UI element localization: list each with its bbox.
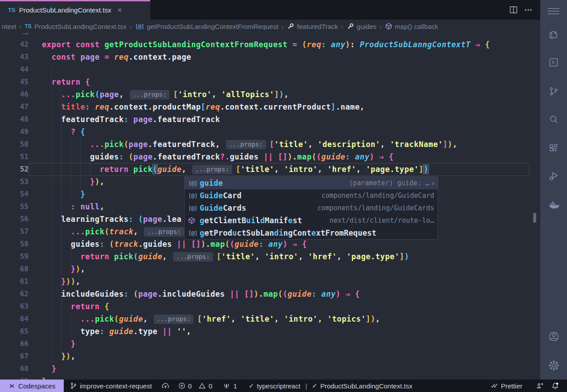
reference-icon: [@] xyxy=(188,205,200,212)
breadcrumb-separator: › xyxy=(341,23,343,30)
suggest-widget: [@]guide(parameter) guide: …›[@]GuideCar… xyxy=(184,176,438,240)
language-indicator[interactable]: ✓ typescriptreact | ✓ ProductSubLandingC… xyxy=(249,382,412,390)
feedback-icon xyxy=(536,382,544,389)
ports-indicator[interactable]: 1 xyxy=(222,382,237,390)
bell-icon xyxy=(551,382,559,390)
suggest-item[interactable]: [@]getProductSubLandingContextFromReques… xyxy=(185,227,438,239)
code-line-41: 41 xyxy=(0,33,540,38)
breadcrumb-item[interactable]: [@]getProductSubLandingContextFromReques… xyxy=(135,23,279,30)
suggest-detail: next/dist/client/route-lo… xyxy=(329,216,434,225)
suggest-detail: components/landing/GuideCards xyxy=(317,204,434,212)
language-label: typescriptreact xyxy=(257,382,300,390)
suggest-label: getClientBuildManifest xyxy=(200,216,302,225)
code-line-48: 48 featuredTrack: page.featuredTrack xyxy=(0,113,540,126)
tab-product-sub-landing-context[interactable]: TS ProductSubLandingContext.tsx × xyxy=(0,0,150,20)
breadcrumb-item[interactable]: guides xyxy=(346,23,376,30)
suggest-detail: components/landing/GuideCard xyxy=(321,192,434,200)
chevron-right-icon: › xyxy=(432,180,434,187)
inlay-hint: ...props: xyxy=(144,227,184,237)
wrench-icon xyxy=(346,23,354,30)
breadcrumb-item[interactable]: map() callback xyxy=(385,23,439,30)
cube-icon xyxy=(385,23,392,30)
inlay-hint: ...props: xyxy=(226,140,266,149)
breadcrumb-separator: › xyxy=(281,23,284,30)
errors-icon xyxy=(178,382,185,389)
code-line-51: 51 guides: (page.featuredTrack?.guides |… xyxy=(0,151,540,163)
remote-icon xyxy=(8,383,15,389)
suggest-item[interactable]: [@]GuideCardscomponents/landing/GuideCar… xyxy=(185,202,438,214)
reference-icon: [@] xyxy=(188,180,200,187)
check-icon: ✓ xyxy=(312,382,318,390)
ports-count: 1 xyxy=(233,382,237,390)
activity-account-icon[interactable] xyxy=(540,331,567,343)
branch-indicator[interactable]: improve-context-request xyxy=(70,382,152,390)
code-line-52: 52 return pick(guide, ...props:['title',… xyxy=(0,163,540,176)
code-editor[interactable]: 4142export const getProductSubLandingCon… xyxy=(0,33,540,380)
activity-debug-icon[interactable] xyxy=(540,170,567,182)
activity-files-icon[interactable] xyxy=(540,29,567,40)
divider: | xyxy=(305,382,307,390)
cloud-upload-icon xyxy=(161,382,170,389)
sync-status[interactable] xyxy=(161,382,170,389)
ts-icon: TS xyxy=(25,23,32,29)
inlay-hint: ...props: xyxy=(192,165,232,174)
suggest-label: guide xyxy=(200,179,223,188)
problems-indicator[interactable]: 0 0 xyxy=(178,382,213,390)
breadcrumb: ntext›TSProductSubLandingContext.tsx›[@]… xyxy=(0,20,540,33)
code-line-46: 46 ...pick(page, ...props:['intro', 'all… xyxy=(0,88,540,101)
status-bar: Codespaces improve-context-request 0 0 1… xyxy=(0,380,567,392)
code-line-47: 47 title: req.context.productMap[req.con… xyxy=(0,101,540,113)
activity-settings-icon[interactable] xyxy=(540,359,567,372)
codespaces-label: Codespaces xyxy=(18,382,55,390)
formatter-indicator[interactable]: ✓✓ Prettier xyxy=(491,382,523,390)
ref-icon: [@] xyxy=(135,23,144,30)
code-line-63: 63 return { xyxy=(0,300,540,313)
breadcrumb-separator: › xyxy=(20,23,22,30)
code-line-44: 44 xyxy=(0,63,540,76)
code-line-42: 42export const getProductSubLandingConte… xyxy=(0,38,540,51)
breadcrumb-item[interactable]: TSProductSubLandingContext.tsx xyxy=(25,23,127,30)
code-line-65: 65 type: guide.type || '', xyxy=(0,325,540,338)
code-line-58: 58 guides: (track.guides || []).map((gui… xyxy=(0,238,540,250)
codespaces-remote-button[interactable]: Codespaces xyxy=(0,380,64,392)
code-line-64: 64 ...pick(guide, ...props:['href', 'tit… xyxy=(0,313,540,325)
activity-docker-icon[interactable] xyxy=(540,199,567,211)
code-line-69: 69} xyxy=(0,375,540,380)
module-icon xyxy=(188,217,200,224)
formatter-label: Prettier xyxy=(501,382,522,390)
suggest-label: GuideCards xyxy=(200,204,246,212)
check-icon: ✓ xyxy=(249,382,255,390)
breadcrumb-item[interactable]: featuredTrack xyxy=(287,23,338,30)
code-line-50: 50 ...pick(page.featuredTrack, ...props:… xyxy=(0,138,540,151)
activity-bar xyxy=(540,0,567,380)
code-line-43: 43 const page = req.context.page xyxy=(0,51,540,63)
suggest-item[interactable]: [@]GuideCardcomponents/landing/GuideCard xyxy=(185,189,438,202)
notifications-button[interactable] xyxy=(551,382,559,390)
activity-search-icon[interactable] xyxy=(540,114,567,125)
more-actions-icon[interactable]: ⋯ xyxy=(524,5,533,15)
activity-source-control-icon[interactable] xyxy=(540,86,567,97)
code-line-61: 61 })), xyxy=(0,275,540,288)
suggest-item[interactable]: getClientBuildManifestnext/dist/client/r… xyxy=(185,214,438,227)
code-line-68: 68 } xyxy=(0,363,540,375)
activity-extensions-icon[interactable] xyxy=(540,143,567,154)
suggest-label: getProductSubLandingContextFromRequest xyxy=(200,229,377,237)
vscode-window: TS ProductSubLandingContext.tsx × ⋯ ntex… xyxy=(0,0,567,392)
breadcrumb-item[interactable]: ntext xyxy=(2,23,16,30)
git-branch-icon xyxy=(70,382,77,389)
code-line-59: 59 return pick(guide, ...props:['title',… xyxy=(0,250,540,263)
activity-terminal-icon[interactable] xyxy=(540,57,567,68)
scrollbar-thumb[interactable] xyxy=(533,213,536,223)
suggest-item[interactable]: [@]guide(parameter) guide: …› xyxy=(185,177,438,189)
activity-menu-icon[interactable] xyxy=(540,5,567,17)
inlay-hint: ...props: xyxy=(154,314,194,324)
code-line-67: 67 }), xyxy=(0,350,540,363)
tab-close-icon[interactable]: × xyxy=(117,6,122,14)
ts-language-icon: TS xyxy=(8,7,16,13)
tab-title: ProductSubLandingContext.tsx xyxy=(19,6,111,14)
split-editor-icon[interactable] xyxy=(509,5,518,14)
feedback-button[interactable] xyxy=(536,382,544,389)
suggest-label: GuideCard xyxy=(200,191,242,200)
reference-icon: [@] xyxy=(188,192,200,199)
code-line-62: 62 includeGuides: (page.includeGuides ||… xyxy=(0,288,540,300)
